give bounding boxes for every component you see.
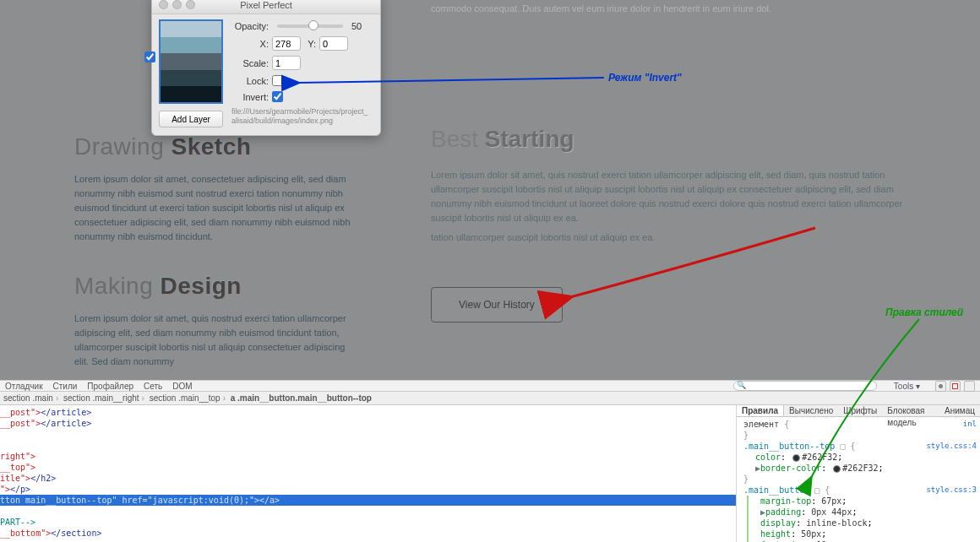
toolbar-tab[interactable]: Профайлер [87,382,133,391]
selected-node: tton main__button--top" href="javascript… [0,495,736,506]
lock-checkbox[interactable] [272,75,283,86]
panel-titlebar[interactable]: Pixel Perfect [152,0,380,14]
paragraph: Lorem ipsum dolor sit amet, consectetuer… [74,172,357,244]
toolbar-tab[interactable]: Сеть [144,382,162,391]
close-icon[interactable] [159,0,168,9]
slider-knob[interactable] [308,20,318,30]
tab-rules[interactable]: Правила [737,405,784,416]
x-label: X: [230,39,269,49]
devtools-lower: __post"></article> __post"></article> ri… [0,405,980,542]
search-input[interactable] [733,381,877,391]
annotation-styles: Правка стилей [885,306,963,318]
tab-boxmodel[interactable]: Блоковая модель [882,405,939,416]
sidebar-tabs: Правила Вычислено Шрифты Блоковая модель… [737,405,980,417]
toolbar-tab[interactable]: DOM [172,382,192,391]
toolbar-tab[interactable]: Отладчик [5,382,43,391]
intro-text: commodo consequat. Duis autem vel eum ir… [431,2,904,16]
invert-label: Invert: [230,92,269,102]
opacity-label: Opacity: [230,21,269,31]
css-rules[interactable]: inl элемент { } style.css:4 .main__butto… [737,417,980,542]
html-source-panel[interactable]: __post"></article> __post"></article> ri… [0,405,737,542]
y-input[interactable] [319,36,348,51]
panel-title: Pixel Perfect [240,0,292,10]
x-input[interactable] [272,36,301,51]
layer-file-path: file:///Users/gearmobile/Projects/projec… [230,107,372,127]
page-right-column: commodo consequat. Duis autem vel eum ir… [431,0,904,322]
layer-thumbnail[interactable] [159,19,223,104]
inline-ref[interactable]: inl [963,419,977,430]
scale-label: Scale: [230,58,269,68]
window-controls[interactable] [159,0,195,9]
tab-anim[interactable]: Анимац [939,405,980,416]
zoom-icon[interactable] [186,0,195,9]
source-ref[interactable]: style.css:4 [926,441,977,452]
add-layer-button[interactable]: Add Layer [159,111,223,127]
pixel-perfect-panel[interactable]: Pixel Perfect Add Layer Opacity: 50 X: Y… [151,0,381,136]
layer-visible-checkbox[interactable] [144,51,155,62]
paragraph: Lorem ipsum dolor sit amet, quis nostrud… [431,168,904,225]
tools-menu[interactable]: Tools ▾ [894,382,920,391]
paragraph: tation ullamcorper suscipit lobortis nis… [431,230,904,245]
invert-checkbox[interactable] [272,91,283,102]
lock-label: Lock: [230,76,269,86]
styles-sidebar[interactable]: Правила Вычислено Шрифты Блоковая модель… [737,405,980,542]
gear-icon[interactable] [935,381,946,392]
tab-fonts[interactable]: Шрифты [838,405,882,416]
close-panel-icon[interactable] [964,381,975,392]
minimize-icon[interactable] [172,0,182,9]
heading-making-design: Making Design [74,273,357,300]
view-history-button[interactable]: View Our History [431,287,563,322]
y-label: Y: [304,39,316,49]
paragraph: Lorem ipsum dolor sit amet, quis nostrud… [74,312,357,369]
devtools-toolbar: Отладчик Стили Профайлер Сеть DOM Tools … [0,380,980,392]
opacity-value: 50 [351,21,372,31]
dock-icon[interactable] [950,381,961,392]
source-ref[interactable]: style.css:3 [926,485,977,496]
page-left-column: Drawing Sketch Lorem ipsum dolor sit ame… [74,133,357,377]
dom-breadcrumb[interactable]: section .main› section .main__right› sec… [0,392,980,405]
scale-input[interactable] [272,56,301,70]
heading-drawing-sketch: Drawing Sketch [74,133,357,160]
tab-computed[interactable]: Вычислено [784,405,838,416]
annotation-invert: Режим "Invert" [608,72,682,84]
opacity-slider[interactable] [277,24,343,28]
toolbar-tab[interactable]: Стили [53,382,78,391]
heading-best-starting: Best Starting [431,126,904,153]
